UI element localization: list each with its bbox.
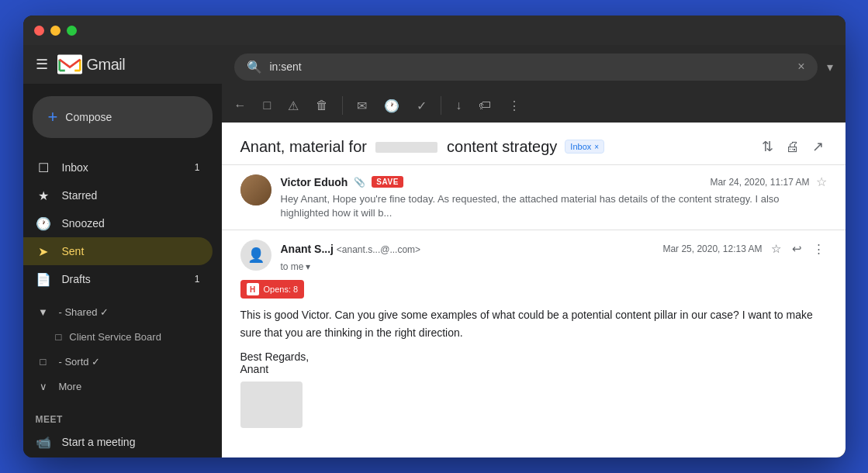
search-input[interactable] xyxy=(270,60,790,73)
start-meeting-button[interactable]: 📹 Start a meeting xyxy=(23,428,213,456)
main-window: ☰ Gmail xyxy=(23,16,846,457)
message-date-1: Mar 24, 2020, 11:17 AM xyxy=(710,177,809,188)
sidebar: ☰ Gmail xyxy=(23,45,222,457)
sent-label: Sent xyxy=(62,245,85,257)
message-body-2: This is good Victor. Can you give some e… xyxy=(240,306,827,341)
sent-icon: ➤ xyxy=(36,244,51,259)
reply-button-2[interactable]: ↩ xyxy=(790,240,804,258)
starred-label: Starred xyxy=(62,189,98,202)
subject-redacted xyxy=(375,142,437,153)
toolbar-divider-1 xyxy=(342,96,343,115)
message-2-meta: Anant S...j <anant.s...@...com> Mar 25, … xyxy=(281,240,827,272)
gmail-logo-icon xyxy=(57,54,82,74)
close-button[interactable] xyxy=(34,26,44,36)
compose-button[interactable]: + Compose xyxy=(33,96,213,138)
message-1-meta: Victor Eduoh 📎 SAVE Mar 24, 2020, 11:17 … xyxy=(281,174,827,220)
thread-subject: Anant, material for content strategy xyxy=(240,138,558,156)
sidebar-item-shared[interactable]: ▼ - Shared ✓ xyxy=(23,299,213,324)
more-button-2[interactable]: ⋮ xyxy=(811,240,827,258)
thread-navigate-button[interactable]: ⇅ xyxy=(759,135,776,158)
sortd-label: - Sortd ✓ xyxy=(59,356,101,368)
star-button-2[interactable]: ☆ xyxy=(769,240,783,258)
thread-actions: ⇅ 🖨 ↗ xyxy=(759,135,827,158)
message-2-actions: Mar 25, 2020, 12:13 AM ☆ ↩ ⋮ xyxy=(662,240,826,258)
inbox-label: Inbox xyxy=(62,161,88,174)
message-2-content: H Opens: 8 This is good Victor. Can you … xyxy=(240,280,827,428)
sortd-icon: □ xyxy=(36,356,51,368)
sender-email-2: <anant.s...@...com> xyxy=(337,244,420,255)
maximize-button[interactable] xyxy=(67,26,77,36)
drafts-label: Drafts xyxy=(62,273,91,285)
sidebar-item-drafts[interactable]: 📄 Drafts 1 xyxy=(23,265,213,293)
more-options-button[interactable]: ⋮ xyxy=(502,94,527,118)
start-meeting-label: Start a meeting xyxy=(62,436,136,448)
shared-label: - Shared ✓ xyxy=(59,306,109,318)
search-dropdown-icon[interactable]: ▾ xyxy=(827,60,833,74)
message-2-header: 👤 Anant S...j <anant.s...@...com> Mar 25… xyxy=(240,240,827,272)
shared-expand-icon: ▼ xyxy=(36,306,51,318)
toolbar-divider-2 xyxy=(441,96,441,115)
mark-unread-button[interactable]: ✉ xyxy=(351,94,373,118)
opens-badge: H Opens: 8 xyxy=(240,280,305,299)
email-message-1: Victor Eduoh 📎 SAVE Mar 24, 2020, 11:17 … xyxy=(222,165,846,230)
sender-name-2: Anant S...j <anant.s...@...com> xyxy=(281,243,421,255)
move-to-button[interactable]: ↓ xyxy=(449,94,468,117)
sender-name-1: Victor Eduoh xyxy=(281,176,348,188)
message-regards: Best Regards, Anant xyxy=(240,350,827,375)
delete-button[interactable]: 🗑 xyxy=(310,94,334,117)
star-button-1[interactable]: ☆ xyxy=(816,174,827,189)
labels-button[interactable]: 🏷 xyxy=(472,94,497,117)
star-icon: ★ xyxy=(36,188,51,203)
more-icon: ∨ xyxy=(36,381,51,392)
email-thread: Anant, material for content strategy Inb… xyxy=(222,123,846,457)
sidebar-item-more[interactable]: ∨ More xyxy=(23,374,213,399)
minimize-button[interactable] xyxy=(50,26,61,36)
spam-button[interactable]: ⚠ xyxy=(282,94,305,118)
nav-section: ☐ Inbox 1 ★ Starred 🕐 Snoozed ➤ Sent xyxy=(23,150,222,296)
search-input-wrap: 🔍 × xyxy=(234,54,818,81)
attachment-icon: 📎 xyxy=(354,177,365,188)
hamburger-icon[interactable]: ☰ xyxy=(36,56,48,73)
client-board-icon: □ xyxy=(56,331,62,343)
hubspot-icon: H xyxy=(247,283,259,295)
sidebar-item-sortd[interactable]: □ - Sortd ✓ xyxy=(23,349,213,374)
sidebar-item-sent[interactable]: ➤ Sent xyxy=(23,237,213,265)
client-board-label: Client Service Board xyxy=(69,331,161,343)
inbox-badge-close[interactable]: × xyxy=(594,143,599,151)
thread-print-button[interactable]: 🖨 xyxy=(783,135,803,158)
sidebar-item-inbox[interactable]: ☐ Inbox 1 xyxy=(23,154,213,181)
thread-header: Anant, material for content strategy Inb… xyxy=(222,123,846,165)
snoozed-icon: 🕐 xyxy=(36,216,51,231)
attachment-preview-2 xyxy=(240,382,303,428)
to-me-label: to me ▾ xyxy=(281,261,827,272)
sidebar-item-client-service-board[interactable]: □ Client Service Board xyxy=(23,324,213,349)
compose-plus-icon: + xyxy=(48,107,58,127)
thread-new-window-button[interactable]: ↗ xyxy=(809,135,827,158)
join-meeting-button[interactable]: ⌨ Join a meeting xyxy=(23,456,213,457)
back-button[interactable]: ← xyxy=(228,94,253,117)
sidebar-item-starred[interactable]: ★ Starred xyxy=(23,181,213,209)
meet-title: Meet xyxy=(23,411,222,428)
save-badge[interactable]: SAVE xyxy=(372,176,403,188)
meet-section: Meet 📹 Start a meeting ⌨ Join a meeting xyxy=(23,402,222,457)
drafts-badge: 1 xyxy=(195,274,200,285)
more-label: More xyxy=(59,381,82,392)
email-message-2: 👤 Anant S...j <anant.s...@...com> Mar 25… xyxy=(222,230,846,440)
search-clear-button[interactable]: × xyxy=(797,60,804,74)
sidebar-header: ☰ Gmail xyxy=(23,45,222,84)
snooze-button[interactable]: 🕐 xyxy=(378,94,406,118)
inbox-icon: ☐ xyxy=(36,161,51,175)
main-content: 🔍 × ▾ ← □ ⚠ 🗑 ✉ 🕐 ✓ ↓ 🏷 ⋮ xyxy=(222,45,846,457)
archive-button[interactable]: □ xyxy=(258,94,278,117)
search-bar: 🔍 × ▾ xyxy=(222,45,846,88)
video-icon: 📹 xyxy=(36,435,51,450)
mark-done-button[interactable]: ✓ xyxy=(410,94,433,118)
app-body: ☰ Gmail xyxy=(23,45,846,457)
message-2-top: Anant S...j <anant.s...@...com> Mar 25, … xyxy=(281,240,827,258)
drafts-icon: 📄 xyxy=(36,272,51,287)
sender-avatar-2: 👤 xyxy=(240,240,271,271)
inbox-badge: 1 xyxy=(195,162,200,173)
email-toolbar: ← □ ⚠ 🗑 ✉ 🕐 ✓ ↓ 🏷 ⋮ xyxy=(222,88,846,123)
sender-avatar-1 xyxy=(240,174,271,205)
sidebar-item-snoozed[interactable]: 🕐 Snoozed xyxy=(23,209,213,237)
